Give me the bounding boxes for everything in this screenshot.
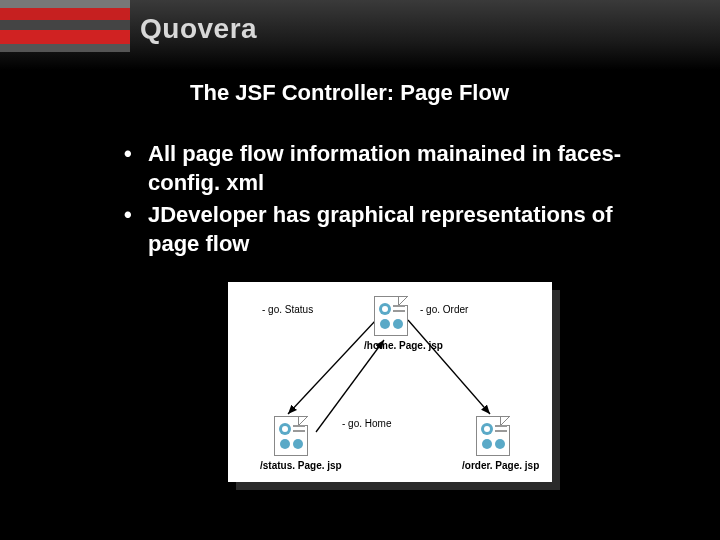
page-node-status-icon	[274, 416, 308, 456]
page-node-order-icon	[476, 416, 510, 456]
brand-logo: Quovera	[140, 13, 257, 45]
page-flow-diagram: /home. Page. jsp /status. Page. jsp /ord…	[228, 282, 552, 482]
page-node-home-icon	[374, 296, 408, 336]
svg-line-0	[288, 320, 376, 414]
header-stripe-graphic	[0, 0, 130, 62]
bullet-item: All page flow information mainained in f…	[120, 140, 650, 197]
page-node-status-label: /status. Page. jsp	[260, 460, 342, 471]
arrow-label-go-status: - go. Status	[262, 304, 313, 315]
bullet-list: All page flow information mainained in f…	[120, 140, 650, 262]
page-node-home-label: /home. Page. jsp	[364, 340, 443, 351]
page-node-order-label: /order. Page. jsp	[462, 460, 539, 471]
svg-line-1	[408, 320, 490, 414]
slide-title: The JSF Controller: Page Flow	[190, 80, 509, 106]
slide-header: Quovera	[0, 0, 720, 70]
arrow-label-go-order: - go. Order	[420, 304, 468, 315]
arrow-label-go-home: - go. Home	[342, 418, 391, 429]
bullet-item: JDeveloper has graphical representations…	[120, 201, 650, 258]
